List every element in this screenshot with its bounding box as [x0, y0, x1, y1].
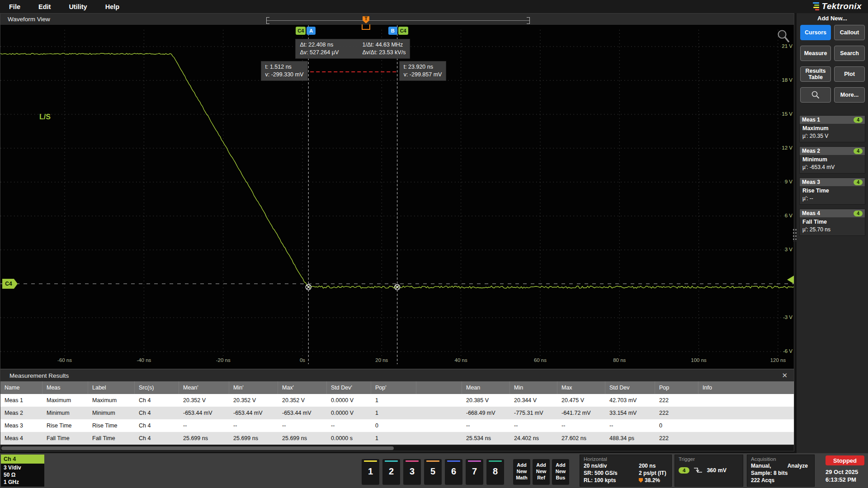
- cursor-a-time: t: 1.512 ns: [265, 63, 304, 71]
- channel-8-button[interactable]: 8: [486, 459, 504, 485]
- column-header: Label: [88, 381, 135, 394]
- measurement-badge[interactable]: Meas 24Minimumµ': -653.4 mV: [799, 146, 865, 174]
- trigger-panel[interactable]: Trigger 4 360 mV: [675, 455, 743, 487]
- table-row[interactable]: Meas 3Rise TimeRise TimeCh 4--------0---…: [0, 419, 794, 432]
- zoom-button[interactable]: [800, 87, 831, 103]
- measure-button[interactable]: Measure: [800, 46, 831, 61]
- x-axis-label: 60 ns: [524, 357, 556, 363]
- channel-1-button[interactable]: 1: [362, 459, 379, 485]
- menu-file[interactable]: File: [9, 3, 20, 10]
- measurement-badge[interactable]: Meas 44Fall Timeµ': 25.70 ns: [799, 209, 865, 236]
- menu-utility[interactable]: Utility: [69, 3, 87, 10]
- scrollbar-thumb[interactable]: [1, 446, 394, 450]
- zoom-glass-icon[interactable]: [776, 29, 791, 46]
- measurement-source-badge: 4: [854, 211, 863, 216]
- search-button[interactable]: Search: [834, 46, 865, 61]
- bottom-bar: Ch 4 3 V/div 50 Ω 1 GHz 1235678 AddNewMa…: [0, 453, 868, 488]
- horizontal-scrollbar[interactable]: [0, 446, 794, 451]
- add-button-line: Add: [552, 462, 569, 468]
- results-body: Meas 1MaximumMaximumCh 420.352 V20.352 V…: [0, 394, 794, 445]
- waveform-plot-area[interactable]: -60 ns-40 ns-20 ns0s20 ns40 ns60 ns80 ns…: [0, 25, 794, 369]
- horizontal-panel[interactable]: Horizontal 20 ns/div 200 ns SR: 500 GS/s…: [580, 455, 672, 487]
- measurement-badge-header: Meas 14: [800, 116, 865, 124]
- column-header: Min: [510, 381, 557, 394]
- column-header: Src(s): [135, 381, 179, 394]
- table-cell: Meas 1: [0, 397, 42, 404]
- channel-number: 6: [445, 466, 462, 477]
- horizontal-position: 38.2%: [639, 477, 668, 483]
- table-cell: Rise Time: [42, 422, 88, 429]
- acquisition-title: Acquisition: [751, 456, 811, 462]
- stopped-badge[interactable]: Stopped: [826, 455, 864, 465]
- table-row[interactable]: Meas 2MinimumMinimumCh 4-653.44 mV-653.4…: [0, 407, 794, 419]
- column-header: Pop: [655, 381, 698, 394]
- table-cell: 20.344 V: [510, 397, 557, 404]
- column-header: Name: [0, 381, 42, 394]
- table-row[interactable]: Meas 4Fall TimeFall TimeCh 425.699 ns25.…: [0, 432, 794, 445]
- table-cell: -668.49 mV: [462, 410, 510, 416]
- table-cell: 20.352 V: [278, 397, 327, 404]
- table-cell: 20.352 V: [229, 397, 278, 404]
- channel-2-button[interactable]: 2: [382, 459, 400, 485]
- measurement-badge-body: Rise Timeµ': --: [800, 186, 865, 204]
- close-icon[interactable]: ✕: [782, 371, 788, 380]
- table-cell: Fall Time: [88, 435, 135, 441]
- table-cell: --: [278, 422, 327, 429]
- channel-5-button[interactable]: 5: [424, 459, 442, 485]
- channel-number: 5: [424, 466, 442, 477]
- measurement-badge-body: Fall Timeµ': 25.70 ns: [800, 217, 865, 235]
- add-new-math-button[interactable]: AddNewMath: [513, 459, 530, 485]
- y-axis-label: 3 V: [777, 247, 793, 252]
- column-header: [416, 381, 462, 394]
- table-cell: --: [462, 422, 510, 429]
- horizontal-position-ruler[interactable]: T: [266, 15, 530, 27]
- table-cell: 42.703 mV: [605, 397, 655, 404]
- measurement-source-badge: 4: [854, 148, 863, 154]
- channel-4-name: Ch 4: [1, 455, 44, 464]
- channel-3-button[interactable]: 3: [403, 459, 421, 485]
- panel-drag-handle[interactable]: [793, 228, 797, 242]
- channel-color-bar: [426, 460, 439, 462]
- trigger-position-flag[interactable]: T: [363, 16, 369, 23]
- trigger-title: Trigger: [679, 456, 739, 462]
- cursor-a-handle[interactable]: C4 A: [296, 27, 316, 35]
- measurement-badge[interactable]: Meas 14Maximumµ': 20.35 V: [799, 115, 865, 142]
- falling-edge-icon: [693, 466, 703, 474]
- measurement-type: Fall Time: [802, 219, 862, 225]
- delta-t-value: Δt: 22.408 ns: [300, 41, 355, 49]
- table-cell: Minimum: [42, 410, 88, 416]
- dv-dt-value: Δv/Δt: 23.53 kV/s: [363, 49, 406, 56]
- table-cell: --: [557, 422, 605, 429]
- table-cell: Ch 4: [135, 435, 179, 441]
- measurement-badge[interactable]: Meas 34Rise Timeµ': --: [799, 178, 865, 205]
- cursor-b-handle[interactable]: B C4: [388, 27, 408, 35]
- table-cell: 222: [655, 435, 698, 441]
- horizontal-position-value: 38.2%: [645, 477, 660, 483]
- measurement-type: Minimum: [802, 156, 862, 163]
- channel-4-settings-badge[interactable]: Ch 4 3 V/div 50 Ω 1 GHz: [1, 455, 44, 487]
- add-new-ref-button[interactable]: AddNewRef: [533, 459, 550, 485]
- more-button[interactable]: More...: [834, 87, 865, 103]
- add-new-bus-button[interactable]: AddNewBus: [552, 459, 569, 485]
- trigger-settings-row: 4 360 mV: [679, 466, 739, 474]
- waveform-canvas[interactable]: [0, 25, 794, 369]
- measurement-value: µ': -653.4 mV: [802, 164, 862, 170]
- y-axis-label: 6 V: [777, 213, 793, 218]
- menu-edit[interactable]: Edit: [38, 3, 51, 10]
- menu-help[interactable]: Help: [105, 3, 119, 10]
- results-table-button[interactable]: Results Table: [800, 66, 831, 82]
- channel-6-button[interactable]: 6: [445, 459, 462, 485]
- table-cell: Meas 3: [0, 422, 42, 429]
- table-cell: 1: [371, 435, 416, 441]
- acquisition-panel[interactable]: Acquisition Manual, Analyze Sample: 8 bi…: [747, 455, 815, 487]
- measurement-badge-header: Meas 44: [800, 209, 865, 217]
- delta-v-value: Δv: 527.264 µV: [300, 49, 355, 56]
- measurement-source-badge: 4: [854, 117, 863, 123]
- callout-button[interactable]: Callout: [834, 25, 865, 40]
- table-cell: 24.402 ns: [510, 435, 557, 441]
- table-row[interactable]: Meas 1MaximumMaximumCh 420.352 V20.352 V…: [0, 394, 794, 407]
- add-button-line: Math: [513, 474, 530, 481]
- cursors-button[interactable]: Cursors: [800, 25, 831, 40]
- channel-7-button[interactable]: 7: [466, 459, 483, 485]
- plot-button[interactable]: Plot: [834, 66, 865, 82]
